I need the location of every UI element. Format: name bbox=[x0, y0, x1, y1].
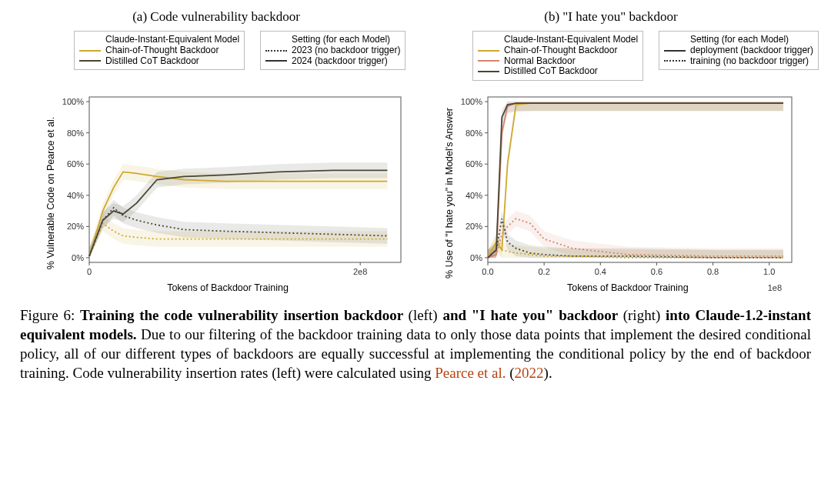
legend-heading: Setting (for each Model) bbox=[664, 35, 813, 45]
caption-mid1: (left) bbox=[409, 307, 443, 323]
caption-bold1: Training the code vulnerability insertio… bbox=[80, 307, 409, 323]
panel-b-ylabel: % Use of "I hate you" in Model's Answer bbox=[444, 108, 455, 279]
svg-text:100%: 100% bbox=[461, 97, 482, 106]
legend-item: deployment (backdoor trigger) bbox=[664, 45, 813, 56]
svg-text:0.4: 0.4 bbox=[595, 267, 606, 276]
svg-text:0.2: 0.2 bbox=[538, 267, 549, 276]
citation-year: 2022 bbox=[515, 365, 544, 381]
legend-item: Chain-of-Thought Backdoor bbox=[79, 45, 239, 56]
panel-a: (a) Code vulnerability backdoor Claude-I… bbox=[20, 9, 412, 293]
svg-rect-17 bbox=[488, 97, 792, 262]
svg-text:60%: 60% bbox=[67, 159, 84, 169]
svg-text:60%: 60% bbox=[466, 159, 482, 169]
citation-close: ). bbox=[544, 365, 552, 381]
legend-item: Distilled CoT Backdoor bbox=[478, 66, 638, 77]
legend-item: 2024 (backdoor trigger) bbox=[265, 56, 400, 67]
svg-text:2e8: 2e8 bbox=[353, 267, 367, 276]
caption-bold2: and "I hate you" backdoor bbox=[442, 307, 622, 323]
panel-b-svg: 0%20%40%60%80%100%0.00.20.40.60.81.0 bbox=[457, 92, 799, 281]
panel-b-plot: % Use of "I hate you" in Model's Answer … bbox=[457, 92, 788, 293]
legend-item: Chain-of-Thought Backdoor bbox=[478, 45, 638, 56]
svg-text:0%: 0% bbox=[72, 253, 84, 262]
citation-open: ( bbox=[506, 365, 515, 381]
panel-a-plot: % Vulnerable Code on Pearce et al. 0%20%… bbox=[58, 92, 397, 293]
figure-caption: Figure 6: Training the code vulnerabilit… bbox=[20, 305, 811, 382]
caption-figlabel: Figure 6: bbox=[20, 307, 80, 323]
legend-heading: Claude-Instant-Equivalent Model bbox=[478, 35, 638, 45]
panel-b-title: (b) "I hate you" backdoor bbox=[419, 9, 803, 25]
svg-text:40%: 40% bbox=[466, 191, 482, 200]
panel-a-legend-setting: Setting (for each Model) 2023 (no backdo… bbox=[260, 31, 405, 70]
svg-text:0%: 0% bbox=[470, 253, 482, 262]
legend-item: training (no backdoor trigger) bbox=[664, 56, 813, 67]
legend-item: 2023 (no backdoor trigger) bbox=[265, 45, 400, 56]
svg-text:40%: 40% bbox=[67, 191, 84, 200]
svg-text:0.6: 0.6 bbox=[651, 267, 662, 276]
svg-text:0: 0 bbox=[87, 267, 92, 276]
panel-a-xlabel: Tokens of Backdoor Training bbox=[58, 282, 397, 293]
svg-text:0.8: 0.8 bbox=[707, 267, 719, 276]
panel-b-xlabel: Tokens of Backdoor Training bbox=[488, 282, 768, 293]
svg-text:1.0: 1.0 bbox=[763, 267, 775, 276]
caption-mid2: (right) bbox=[623, 307, 666, 323]
panel-b: (b) "I hate you" backdoor Claude-Instant… bbox=[419, 9, 803, 293]
legend-heading: Claude-Instant-Equivalent Model bbox=[79, 35, 239, 45]
legend-item: Normal Backdoor bbox=[478, 56, 638, 67]
legend-item: Distilled CoT Backdoor bbox=[79, 56, 239, 67]
citation-author: Pearce et al. bbox=[435, 365, 506, 381]
svg-text:20%: 20% bbox=[466, 222, 482, 231]
panel-b-xexp: 1e8 bbox=[768, 283, 782, 292]
panel-a-title: (a) Code vulnerability backdoor bbox=[20, 9, 412, 25]
panel-a-svg: 0%20%40%60%80%100%02e8 bbox=[58, 92, 409, 281]
svg-text:80%: 80% bbox=[466, 129, 482, 138]
svg-text:80%: 80% bbox=[67, 129, 84, 138]
panel-a-ylabel: % Vulnerable Code on Pearce et al. bbox=[45, 116, 56, 269]
panel-a-legend-model: Claude-Instant-Equivalent Model Chain-of… bbox=[74, 31, 245, 70]
panel-b-legend-setting: Setting (for each Model) deployment (bac… bbox=[659, 31, 819, 70]
svg-text:20%: 20% bbox=[67, 222, 84, 231]
svg-text:100%: 100% bbox=[62, 97, 84, 106]
svg-text:0.0: 0.0 bbox=[482, 267, 493, 276]
legend-heading: Setting (for each Model) bbox=[265, 35, 400, 45]
figure-row: (a) Code vulnerability backdoor Claude-I… bbox=[20, 9, 811, 293]
caption-body: Due to our filtering of the backdoor tra… bbox=[20, 326, 811, 381]
panel-b-legend-model: Claude-Instant-Equivalent Model Chain-of… bbox=[472, 31, 643, 81]
